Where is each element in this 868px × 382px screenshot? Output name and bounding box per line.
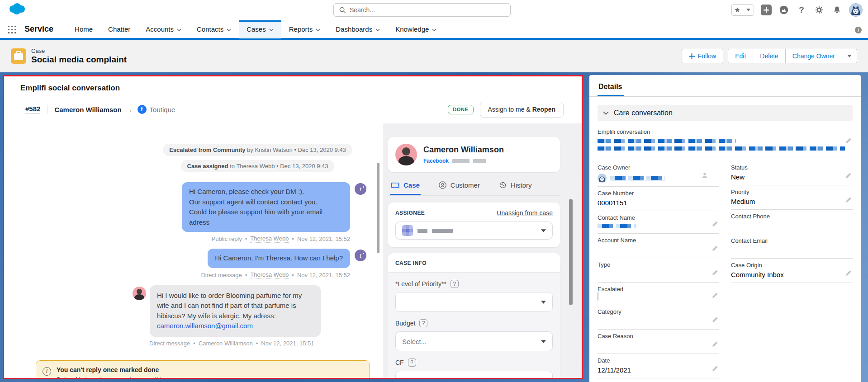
care-conversation-section-header[interactable]: Care conversation bbox=[598, 105, 853, 121]
contact-name-redacted-link[interactable] bbox=[598, 224, 636, 228]
help-icon[interactable]: ? bbox=[451, 280, 459, 288]
nav-tab-cases[interactable]: Cases bbox=[239, 20, 281, 38]
field-contact-name: Contact Name bbox=[598, 211, 719, 234]
nav-tab-chatter[interactable]: Chatter bbox=[100, 20, 138, 38]
field-label: Case Reason bbox=[598, 333, 708, 340]
owner-name-redacted-link[interactable] bbox=[610, 176, 665, 180]
owner-avatar bbox=[598, 174, 607, 183]
edit-pencil-icon[interactable] bbox=[845, 172, 852, 180]
help-button[interactable]: ? bbox=[796, 5, 807, 15]
change-owner-icon[interactable] bbox=[701, 172, 708, 181]
delete-button[interactable]: Delete bbox=[753, 49, 785, 63]
level-of-priority-select[interactable] bbox=[395, 292, 553, 312]
status-badge: DONE bbox=[448, 105, 473, 114]
field-label: Contact Name bbox=[598, 214, 708, 221]
chat-column: Escalated from Community by Kristin Wats… bbox=[17, 123, 383, 378]
edit-pencil-icon[interactable] bbox=[845, 137, 852, 146]
help-icon[interactable]: ? bbox=[408, 358, 416, 367]
field-case-reason: Case Reason bbox=[598, 330, 719, 354]
nav-tab-home[interactable]: Home bbox=[67, 20, 100, 38]
history-clock-icon bbox=[499, 181, 507, 189]
edit-pencil-icon[interactable] bbox=[712, 292, 718, 300]
field-case-origin: Case Origin Community Inbox bbox=[731, 259, 853, 283]
avatar-character-icon bbox=[849, 4, 862, 16]
user-avatar[interactable] bbox=[849, 3, 863, 17]
plus-icon bbox=[763, 7, 769, 13]
assignee-card: ASSIGNEE Unassign from case bbox=[388, 203, 560, 247]
tab-label: Customer bbox=[451, 181, 480, 189]
message-author-link[interactable]: Theresa Webb bbox=[250, 271, 289, 279]
tab-details[interactable]: Details bbox=[598, 83, 624, 96]
edit-pencil-icon[interactable] bbox=[712, 365, 718, 373]
system-message-actor: to Theresa Webb bbox=[230, 163, 275, 170]
edit-pencil-icon[interactable] bbox=[845, 270, 852, 278]
conversation-header: #582 Cameron Williamson → f Toutique DON… bbox=[25, 102, 564, 117]
field-label: CF bbox=[395, 359, 404, 366]
edit-button[interactable]: Edit bbox=[728, 49, 753, 63]
bullet: • bbox=[245, 236, 247, 242]
select-placeholder: Select... bbox=[402, 338, 427, 345]
edit-pencil-icon[interactable] bbox=[712, 245, 718, 253]
tab-customer[interactable]: Customer bbox=[438, 179, 481, 195]
field-label: Date bbox=[598, 357, 708, 364]
setup-button[interactable] bbox=[814, 5, 825, 15]
field-contact-email: Contact Email bbox=[731, 234, 853, 259]
field-label: Category bbox=[598, 308, 708, 315]
tab-case[interactable]: Case bbox=[390, 179, 421, 195]
global-search-input[interactable]: Search... bbox=[333, 3, 511, 17]
follow-button[interactable]: Follow bbox=[682, 49, 723, 63]
search-placeholder: Search... bbox=[350, 6, 375, 14]
tab-history[interactable]: History bbox=[498, 179, 533, 195]
edit-pencil-icon[interactable] bbox=[712, 316, 718, 325]
brand-initial: t bbox=[360, 185, 361, 193]
message-author-link[interactable]: Theresa Webb bbox=[250, 235, 289, 243]
message-time: Nov 12, 2021, 15:52 bbox=[297, 272, 350, 278]
details-field-grid: Case Owner Case Number 00001151 Contact … bbox=[589, 161, 861, 382]
edit-pencil-icon[interactable] bbox=[845, 197, 852, 205]
field-label: *Level of Priority** bbox=[395, 280, 446, 288]
escalated-checkbox[interactable] bbox=[598, 292, 598, 301]
field-value bbox=[598, 270, 708, 278]
customer-email-link[interactable]: cameron.willamson@gmail.com bbox=[157, 321, 253, 331]
customer-card-info: Cameron Williamson Facebook bbox=[423, 144, 504, 164]
guidance-center-button[interactable] bbox=[778, 5, 789, 15]
nav-tab-dashboards[interactable]: Dashboards bbox=[328, 20, 388, 38]
field-label: Type bbox=[598, 261, 708, 268]
salesforce-logo[interactable] bbox=[7, 2, 27, 18]
plus-icon bbox=[689, 53, 695, 59]
redacted-text bbox=[432, 229, 453, 233]
assignee-select[interactable] bbox=[395, 222, 553, 240]
side-panel-scrollbar[interactable] bbox=[569, 199, 573, 305]
nav-tab-reports[interactable]: Reports bbox=[281, 20, 328, 38]
conversation-id-link[interactable]: #582 bbox=[25, 105, 40, 114]
nav-tab-accounts[interactable]: Accounts bbox=[138, 20, 189, 38]
chat-scrollbar[interactable] bbox=[377, 163, 379, 253]
favorites-menu-button[interactable] bbox=[743, 5, 754, 15]
message-meta: Direct message•Cameron Williamson•Nov 12… bbox=[149, 340, 383, 347]
change-owner-button[interactable]: Change Owner bbox=[786, 49, 842, 63]
page-title: Social media complaint bbox=[31, 55, 127, 65]
chevron-down-icon bbox=[375, 28, 380, 31]
nav-tab-label: Chatter bbox=[108, 25, 130, 33]
edit-pencil-icon[interactable] bbox=[712, 269, 718, 278]
assign-reopen-button[interactable]: Assign to me &Reopen bbox=[480, 102, 564, 118]
unassign-link[interactable]: Unassign from case bbox=[497, 209, 553, 217]
cf-select[interactable]: Select... bbox=[395, 371, 553, 379]
brand-dot bbox=[363, 253, 364, 254]
more-actions-button[interactable] bbox=[842, 49, 857, 63]
redacted-link-text bbox=[598, 146, 845, 151]
budget-select[interactable]: Select... bbox=[395, 331, 553, 351]
help-icon[interactable]: ? bbox=[419, 319, 427, 327]
edit-pencil-icon[interactable] bbox=[712, 341, 718, 349]
side-panel-tabs: Case Customer History bbox=[388, 179, 560, 196]
nav-tab-knowledge[interactable]: Knowledge bbox=[388, 20, 444, 38]
nav-tab-contacts[interactable]: Contacts bbox=[189, 20, 239, 38]
notifications-button[interactable] bbox=[831, 5, 842, 15]
favorites-star-button[interactable] bbox=[732, 5, 743, 15]
info-icon[interactable]: i bbox=[855, 27, 862, 33]
widget-title: Emplifi social conversation bbox=[20, 84, 582, 93]
app-launcher-button[interactable] bbox=[7, 25, 16, 34]
quick-create-button[interactable] bbox=[761, 5, 772, 15]
edit-pencil-icon[interactable] bbox=[712, 221, 718, 229]
system-message-date: Dec 13, 2020 9:43 bbox=[280, 163, 328, 170]
